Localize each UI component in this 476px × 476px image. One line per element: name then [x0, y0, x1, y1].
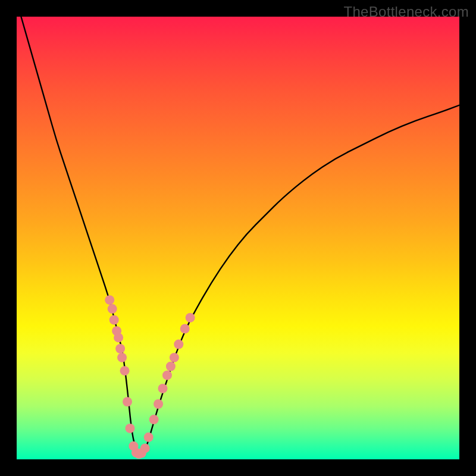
plot-area	[17, 17, 459, 459]
highlight-dot	[140, 443, 150, 453]
highlight-dot	[170, 353, 179, 362]
highlight-dot	[154, 399, 163, 409]
highlight-dot	[162, 371, 172, 380]
highlight-dot	[115, 344, 125, 353]
highlight-dot	[120, 366, 130, 375]
highlight-dot	[174, 340, 183, 349]
highlight-dot	[105, 295, 114, 305]
highlight-dot	[125, 424, 134, 433]
highlight-dot	[180, 324, 190, 334]
highlight-dot	[186, 313, 195, 322]
watermark-text: TheBottleneck.com	[343, 4, 469, 20]
highlight-dots	[105, 295, 195, 459]
bottleneck-curve	[21, 17, 459, 454]
highlight-dot	[123, 397, 132, 406]
highlight-dot	[114, 333, 123, 342]
highlight-dot	[144, 433, 154, 442]
highlight-dot	[109, 315, 119, 325]
highlight-dot	[108, 304, 117, 314]
highlight-dot	[117, 353, 127, 362]
chart-svg	[17, 17, 459, 459]
chart-frame: TheBottleneck.com	[0, 0, 476, 476]
highlight-dot	[149, 415, 159, 424]
highlight-dot	[166, 362, 176, 371]
highlight-dot	[158, 384, 168, 393]
